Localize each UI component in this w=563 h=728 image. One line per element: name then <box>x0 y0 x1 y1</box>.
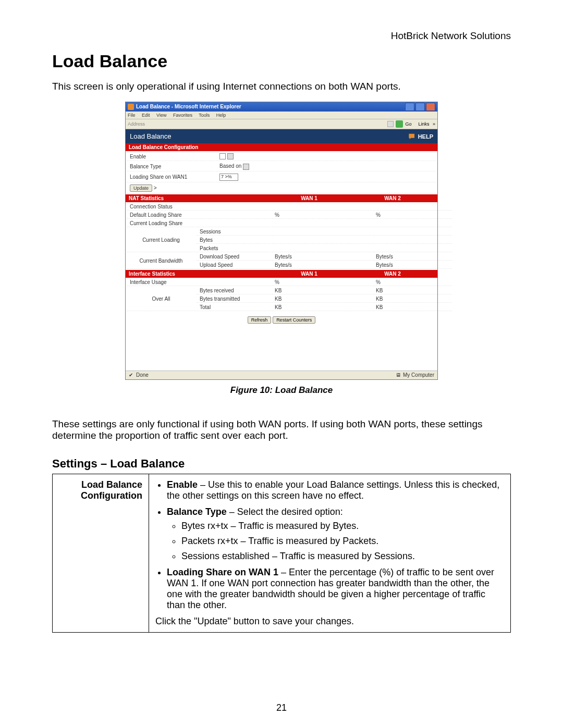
row-current-loading: Current Loading <box>127 228 195 252</box>
section-header-if: Interface Statistics WAN 1 WAN 2 <box>126 270 437 278</box>
section-header-config: Load Balance Configuration <box>126 143 437 151</box>
section-title-settings: Settings – Load Balance <box>52 457 511 471</box>
if-title: Interface Statistics <box>129 271 262 277</box>
maximize-button[interactable] <box>415 103 425 111</box>
cell-pct2: % <box>373 212 452 219</box>
menu-edit[interactable]: Edit <box>142 113 150 118</box>
page-title: Load Balance <box>52 51 511 71</box>
cell-total: Total <box>197 304 271 311</box>
figure-caption: Figure 10: Load Balance <box>125 385 438 396</box>
button-row: Refresh Restart Counters <box>126 312 437 371</box>
setting-enable: Enable – Use this to enable your Load Ba… <box>167 479 504 501</box>
help-button[interactable]: HELP <box>408 133 433 140</box>
go-label: Go <box>405 121 411 127</box>
ie-statusbar: ✔Done 🖥My Computer <box>126 371 437 379</box>
help-icon <box>408 133 417 140</box>
refresh-button[interactable]: Refresh <box>248 316 272 324</box>
address-label: Address <box>128 121 145 127</box>
help-label: HELP <box>418 133 433 140</box>
setting-loading-share: Loading Share on WAN 1 – Enter the perce… <box>167 567 504 611</box>
loading-share-input[interactable]: 7 >% <box>219 174 238 181</box>
cell-btx-w1: KB <box>272 295 372 303</box>
row-overall: Over All <box>127 287 195 311</box>
intro-text: This screen is only operational if using… <box>52 81 511 92</box>
nat-title: NAT Statistics <box>129 195 262 201</box>
menu-tools[interactable]: Tools <box>199 113 210 118</box>
nat-col-wan1: WAN 1 <box>262 195 356 201</box>
enable-text: – Use this to enable your Load Balance s… <box>167 479 499 501</box>
cfg-enable-label: Enable <box>127 152 215 161</box>
config-table: Enable Balance Type Based on Loading Sha… <box>126 151 437 194</box>
nat-col-wan2: WAN 2 <box>356 195 429 201</box>
row-current-share: Current Loading Share <box>127 220 195 227</box>
cell-total-w1: KB <box>272 304 372 311</box>
status-done: Done <box>136 372 149 378</box>
cell-packets: Packets <box>197 245 271 252</box>
status-zone: My Computer <box>403 372 434 378</box>
cell-dl-w1: Bytes/s <box>272 253 372 261</box>
enable-bold: Enable <box>167 479 198 490</box>
cell-total-w2: KB <box>373 304 452 311</box>
cfg-btype-label: Balance Type <box>127 162 215 171</box>
cell-bytes: Bytes <box>197 237 271 244</box>
btype-bold: Balance Type <box>167 507 227 517</box>
cfg-lshare-label: Loading Share on WAN1 <box>127 172 215 182</box>
btype-opt-sessions: Sessions established – Traffic is measur… <box>181 551 504 562</box>
cell-brx-w1: KB <box>272 287 372 294</box>
cell-if-pct1: % <box>272 279 372 286</box>
zone-icon: 🖥 <box>396 372 402 378</box>
restart-counters-button[interactable]: Restart Counters <box>273 316 315 324</box>
cell-brx-w2: KB <box>373 287 452 294</box>
cell-if-pct2: % <box>373 279 452 286</box>
update-button[interactable]: Update <box>130 184 152 192</box>
lshare-bold: Loading Share on WAN 1 <box>167 567 278 577</box>
cell-brx: Bytes received <box>197 287 271 294</box>
cell-sessions: Sessions <box>197 228 271 236</box>
menu-help[interactable]: Help <box>216 113 226 118</box>
if-col-wan1: WAN 1 <box>262 271 356 277</box>
close-button[interactable] <box>426 103 435 111</box>
cell-btx: Bytes transmitted <box>197 295 271 303</box>
content-header: Load Balance HELP <box>126 129 437 143</box>
btype-opt-packets: Packets rx+tx – Traffic is measured by P… <box>181 536 504 547</box>
ie-menubar: File Edit View Favorites Tools Help <box>126 112 437 119</box>
btype-dropdown[interactable] <box>243 164 249 170</box>
enable-checkbox[interactable] <box>219 153 226 159</box>
address-dropdown-icon[interactable] <box>387 121 394 127</box>
figure-load-balance: Load Balance - Microsoft Internet Explor… <box>125 102 438 396</box>
done-icon: ✔ <box>129 372 135 378</box>
cell-ul: Upload Speed <box>197 262 271 269</box>
ie-titlebar: Load Balance - Microsoft Internet Explor… <box>126 102 437 112</box>
row-current-bandwidth: Current Bandwidth <box>127 253 195 269</box>
company-header: HotBrick Network Solutions <box>52 30 511 42</box>
paragraph-wan-note: These settings are only functional if us… <box>52 418 511 441</box>
click-update-note: Click the "Update" button to save your c… <box>155 616 504 627</box>
go-button[interactable] <box>396 120 403 128</box>
row-default-share: Default Loading Share <box>127 212 195 219</box>
minimize-button[interactable] <box>405 103 414 111</box>
ie-title-text: Load Balance - Microsoft Internet Explor… <box>136 104 241 109</box>
if-stats-table: Interface Usage%% Over All Bytes receive… <box>126 278 453 312</box>
btype-text: – Select the desired option: <box>227 507 343 517</box>
cell-ul-w2: Bytes/s <box>373 262 452 269</box>
menu-favorites[interactable]: Favorites <box>173 113 192 118</box>
if-col-wan2: WAN 2 <box>356 271 429 277</box>
btype-opt-bytes: Bytes rx+tx – Traffic is measured by Byt… <box>181 521 504 532</box>
page-number: 21 <box>0 702 563 713</box>
enable-greater-icon <box>227 153 234 159</box>
settings-row-content: Enable – Use this to enable your Load Ba… <box>149 474 511 633</box>
setting-balance-type: Balance Type – Select the desired option… <box>167 507 504 562</box>
menu-file[interactable]: File <box>128 113 136 118</box>
cell-dl-w2: Bytes/s <box>373 253 452 261</box>
cell-pct1: % <box>272 212 372 219</box>
cfg-btype-value: Based on <box>219 163 241 169</box>
menu-view[interactable]: View <box>156 113 166 118</box>
ie-addressbar: Address Go Links » <box>126 119 437 129</box>
content-header-title: Load Balance <box>130 132 172 140</box>
links-label[interactable]: Links <box>418 121 429 127</box>
cell-dl: Download Speed <box>197 253 271 261</box>
cell-btx-w2: KB <box>373 295 452 303</box>
section-header-nat: NAT Statistics WAN 1 WAN 2 <box>126 194 437 202</box>
cell-ul-w1: Bytes/s <box>272 262 372 269</box>
settings-row-label: Load Balance Configuration <box>53 474 149 633</box>
